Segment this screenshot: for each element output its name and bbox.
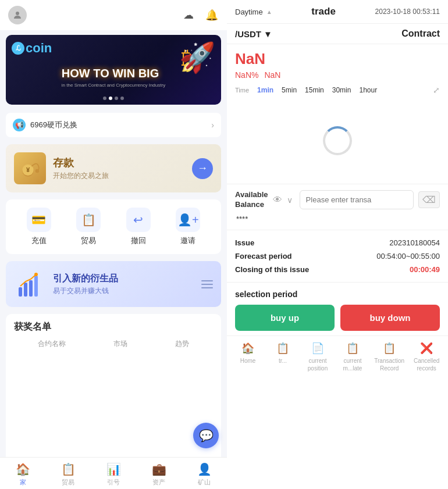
selection-period-label: selection period [235,290,440,299]
action-trade[interactable]: 📋 贸易 [76,208,101,246]
header-datetime: 2023-10-18 00:53:11 [375,8,440,16]
notice-speaker-icon: 📢 [13,119,26,131]
forecast-label: Forecast period [235,252,292,260]
rtab-current-label: current m...late [335,357,370,372]
deposit-button[interactable]: → [192,158,213,179]
rtab-cancelled[interactable]: ❌ Cancelled records [408,342,445,372]
selection-period-section: selection period buy up buy down [227,283,448,335]
pair-label: /USDT [235,29,261,39]
rtab-transaction[interactable]: 📋 Transaction Record [370,342,408,372]
tab-5min[interactable]: 5min [282,86,297,94]
svg-rect-6 [24,283,27,297]
deposit-subtitle: 开始您的交易之旅 [53,171,109,181]
svg-rect-8 [34,276,38,297]
trade-label: 贸易 [81,235,96,246]
transaction-input[interactable] [300,190,414,209]
rtab-position[interactable]: 📄 current position [300,342,335,372]
notice-text: 6969硬币兑换 [30,120,77,130]
loading-spinner [323,126,352,155]
promo-line-2 [201,284,213,285]
mine-nav-label: 矿山 [198,478,211,487]
svg-rect-5 [19,287,22,297]
nav-trade[interactable]: 📋 贸易 [61,462,76,487]
logo: ℒ coin [12,41,52,56]
notification-icon[interactable]: 🔔 [205,8,219,22]
balance-stars: **** [236,215,248,223]
time-tabs: Time 1min 5min 15min 30min 1hour ⤢ [227,83,448,97]
balance-label: AvailableBalance [235,190,268,210]
nav-signal[interactable]: 📊 引号 [106,462,121,487]
action-recharge[interactable]: 💳 充值 [27,208,51,246]
notice-bar[interactable]: 📢 6969硬币兑换 › [6,113,221,137]
expand-chart-icon[interactable]: ⤢ [433,85,440,95]
forecast-row: Forecast period 00:54:00~00:55:00 [235,249,440,263]
right-panel: Daytime ▲ trade 2023-10-18 00:53:11 /USD… [227,0,448,489]
svg-point-4 [35,169,38,172]
promo-title: 引入新的衍生品 [53,273,118,285]
logo-icon: ℒ [12,42,24,55]
action-withdraw[interactable]: ↩ 撤回 [126,208,151,246]
banner-dots [103,97,124,100]
balance-eye-icon[interactable]: 👁 [273,195,282,205]
daytime-label: Daytime [235,8,263,16]
promo-image [14,268,46,300]
invite-icon: 👤+ [176,208,200,232]
rtab-trade[interactable]: 📋 tr... [265,342,300,365]
closing-label: Closing of this issue [235,265,309,274]
winners-title: 获奖名单 [14,321,213,333]
logo-text-label: coin [26,41,52,56]
promo-info: 引入新的衍生品 易于交易并赚大钱 [53,273,118,296]
winners-col-market: 市场 [113,339,127,349]
winners-columns: 合约名称 市场 趋势 [14,339,213,349]
rtab-transaction-label: Transaction Record [370,357,408,372]
banner-text: HOW TO WIN BIG in the Smart Contract and… [56,47,171,94]
deposit-info: 存款 开始您的交易之旅 [53,156,109,181]
promo-line-1 [201,280,213,281]
action-invite[interactable]: 👤+ 邀请 [176,208,200,246]
issue-row: Issue 202310180054 [235,236,440,249]
rtab-trade-icon: 📋 [276,342,289,355]
buy-up-button[interactable]: buy up [235,305,335,331]
right-header-left: Daytime ▲ [235,8,272,16]
issue-label: Issue [235,238,254,247]
notice-left: 📢 6969硬币兑换 [13,119,77,131]
tab-1hour[interactable]: 1hour [359,86,377,94]
rtab-home[interactable]: 🏠 Home [230,342,265,365]
trade-nav-label: 贸易 [62,478,74,487]
avatar[interactable] [8,6,27,24]
contract-label: Contract [401,28,440,39]
pair-selector[interactable]: /USDT ▼ [235,29,272,39]
tab-30min[interactable]: 30min [332,86,351,94]
balance-stars-row: **** [235,213,440,224]
chat-button[interactable]: 💬 [193,423,219,448]
deposit-title: 存款 [53,156,109,170]
banner-dot-2 [109,97,112,100]
buy-down-button[interactable]: buy down [340,305,440,331]
left-header: ☁ 🔔 [0,0,227,30]
nav-home[interactable]: 🏠 家 [16,462,30,487]
signal-nav-label: 引号 [107,478,120,487]
issue-info: Issue 202310180054 Forecast period 00:54… [227,230,448,283]
trade-icon: 📋 [76,208,101,232]
balance-chevron-icon[interactable]: ∨ [287,195,293,205]
rtab-current[interactable]: 📋 current m...late [335,342,370,372]
promo-left: 引入新的衍生品 易于交易并赚大钱 [14,268,118,300]
banner-dot-3 [115,97,118,100]
header-icons: ☁ 🔔 [182,8,219,22]
banner-subtext: in the Smart Contract and Cryptocurrency… [62,83,165,88]
banner-dot-1 [103,97,106,100]
input-clear-icon[interactable]: ⌫ [418,191,440,208]
winners-col-trend: 趋势 [175,339,189,349]
closing-row: Closing of this issue 00:00:49 [235,263,440,276]
promo-subtitle: 易于交易并赚大钱 [53,286,118,296]
upload-icon[interactable]: ☁ [182,8,195,22]
tab-15min[interactable]: 15min [305,86,324,94]
price-sub: NaN% NaN [235,70,440,80]
nav-mine[interactable]: 👤 矿山 [197,462,212,487]
promo-menu-icon [201,280,213,288]
bottom-nav: 🏠 家 📋 贸易 📊 引号 💼 资产 👤 矿山 [0,457,227,489]
rtab-cancelled-icon: ❌ [420,342,433,355]
nav-assets[interactable]: 💼 资产 [152,462,166,487]
tab-1min[interactable]: 1min [257,86,273,94]
daytime-arrow-icon[interactable]: ▲ [266,9,272,15]
